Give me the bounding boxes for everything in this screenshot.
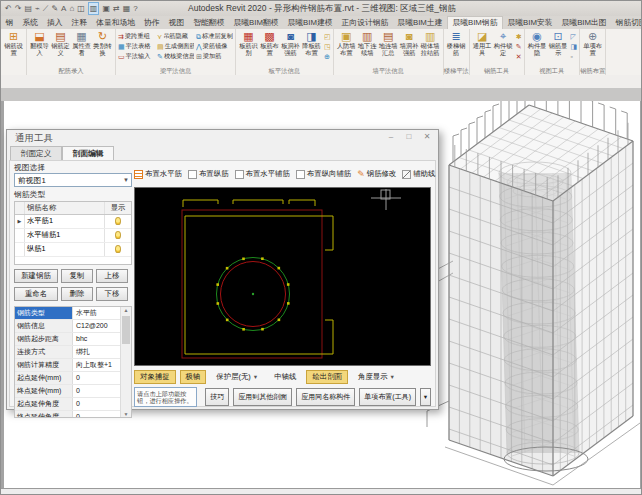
snap-toggle[interactable]: 绘出剖面 bbox=[306, 370, 348, 384]
ribbon-button[interactable]: ↻类别转换 bbox=[92, 30, 113, 57]
aligned-dimension-icon[interactable]: ⟋ bbox=[43, 3, 49, 14]
ribbon-tab[interactable]: 钢 bbox=[1, 16, 18, 29]
snap-toggle[interactable]: 角度显示▼ bbox=[352, 370, 401, 384]
property-row[interactable]: 起点延伸角度0 bbox=[15, 398, 131, 411]
help-icon[interactable]: ? bbox=[133, 3, 137, 14]
lightbulb-icon[interactable] bbox=[115, 231, 121, 239]
delete-icon[interactable]: ✕ bbox=[516, 52, 522, 61]
snap-toggle[interactable]: 保护层(无)▼ bbox=[210, 370, 264, 384]
canvas-tool-button[interactable]: 布置水平筋 bbox=[134, 169, 182, 179]
ribbon-tab[interactable]: 正向设计钢筋 bbox=[337, 16, 393, 29]
ribbon-button[interactable]: ⊞梁加筋 bbox=[196, 52, 233, 61]
minimize-icon[interactable]: – bbox=[382, 130, 400, 144]
ribbon-button[interactable]: ▥砌体墙拉结筋 bbox=[420, 30, 441, 57]
table-row[interactable]: ▶水平筋1 bbox=[15, 215, 131, 229]
ribbon-tab[interactable]: 系统 bbox=[18, 16, 43, 29]
scrollbar-thumb[interactable] bbox=[122, 316, 130, 344]
section-icon[interactable]: ◫ bbox=[77, 3, 85, 14]
ribbon-button[interactable]: ▤钢筋定义 bbox=[50, 30, 71, 57]
ribbon-button[interactable]: ⊡钢筋显示 bbox=[548, 30, 569, 57]
ribbon-button[interactable]: ≣楼梯钢筋 bbox=[446, 30, 467, 57]
dialog-button[interactable]: 上移 bbox=[96, 269, 128, 283]
ribbon-button[interactable]: ✎校核梁信息 bbox=[157, 52, 194, 61]
ribbon-button[interactable]: ◨降板筋布置 bbox=[301, 30, 322, 57]
ribbon-tab[interactable]: 体量和场地 bbox=[92, 16, 140, 29]
table-row[interactable]: 水平辅筋1 bbox=[15, 229, 131, 243]
ribbon-button[interactable]: ▦属性查看 bbox=[71, 30, 92, 57]
close-hidden-windows-icon[interactable]: ▣ bbox=[102, 3, 110, 14]
dialog-bottom-button[interactable]: 技巧 bbox=[205, 388, 229, 406]
ribbon-button[interactable]: ⇉梁跨重组 bbox=[118, 32, 155, 41]
ribbon-tab[interactable]: 钢筋切图 bbox=[611, 16, 642, 29]
ribbon-button[interactable]: ◪通用工具 bbox=[472, 30, 493, 57]
corner-bar-icon[interactable]: ◰ bbox=[324, 32, 331, 41]
view-corner-icon[interactable]: ◸ bbox=[571, 32, 578, 41]
ribbon-tab[interactable]: 晨曦BIM安装 bbox=[503, 16, 557, 29]
redo-icon[interactable]: ↷ bbox=[15, 3, 22, 14]
default-3d-view-icon[interactable]: ⌂ bbox=[69, 3, 74, 14]
ribbon-button[interactable]: ⧉标准层复制 bbox=[196, 32, 233, 41]
ribbon-tab[interactable]: 智能翻模 bbox=[189, 16, 229, 29]
view-box-icon[interactable]: ▫ bbox=[571, 52, 578, 61]
dialog-button[interactable]: 复制 bbox=[61, 269, 93, 283]
ribbon-button[interactable]: ▦板筋识别 bbox=[238, 30, 259, 57]
snap-toggle[interactable]: 对象捕捉 bbox=[134, 370, 176, 384]
lightbulb-icon[interactable] bbox=[115, 245, 121, 253]
edit-icon[interactable]: ✎ bbox=[516, 42, 522, 51]
table-row[interactable]: 纵筋1 bbox=[15, 243, 131, 257]
property-row[interactable]: 钢筋起步距离bhc bbox=[15, 333, 131, 346]
section-canvas[interactable] bbox=[134, 187, 431, 366]
ribbon-button[interactable]: ▤地连墙汇总 bbox=[378, 30, 399, 57]
snap-toggle[interactable]: 中轴线 bbox=[268, 370, 302, 384]
scrollbar[interactable]: ▲▼ bbox=[120, 307, 131, 417]
add-bar-icon[interactable]: ⊕ bbox=[324, 52, 331, 61]
ribbon-button[interactable]: ⋀梁筋镜像 bbox=[196, 42, 233, 51]
thin-lines-icon[interactable]: ▥ bbox=[88, 2, 100, 15]
ribbon-button[interactable]: ⊞钢筋设置 bbox=[3, 30, 24, 57]
ribbon-tab[interactable]: 协作 bbox=[140, 16, 165, 29]
dialog-bottom-button[interactable]: 单项布置(工具) bbox=[359, 388, 416, 406]
ribbon-tab[interactable]: 插入 bbox=[42, 16, 67, 29]
ribbon-button[interactable]: ◙板洞补强筋 bbox=[280, 30, 301, 57]
property-row[interactable]: 钢筋信息C12@200 bbox=[15, 320, 131, 333]
switch-windows-icon[interactable]: ⇄ bbox=[113, 3, 120, 14]
ribbon-button[interactable]: ◉构件显隐 bbox=[527, 30, 548, 57]
explode-icon[interactable]: ✱ bbox=[516, 32, 522, 41]
ribbon-button[interactable]: ◙墙洞补强筋 bbox=[399, 30, 420, 57]
measure-icon[interactable]: ⌁ bbox=[35, 3, 40, 14]
canvas-tool-button[interactable]: 布置纵向辅筋 bbox=[296, 169, 351, 179]
ribbon-tab[interactable]: 晨曦BIM翻模 bbox=[229, 16, 283, 29]
dropdown-button[interactable]: ▼ bbox=[420, 388, 431, 406]
property-row[interactable]: 钢筋计算精度向上取整+1 bbox=[15, 359, 131, 372]
ribbon-button[interactable]: ⬓翻模导入 bbox=[29, 30, 50, 57]
tag-icon[interactable]: ✎ bbox=[51, 3, 58, 14]
dialog-button[interactable]: 删除 bbox=[61, 287, 93, 301]
user-interface-icon[interactable]: ▦ bbox=[123, 3, 131, 14]
text-icon[interactable]: A bbox=[61, 3, 66, 14]
ribbon-tab[interactable]: 晨曦BIM出图 bbox=[557, 16, 611, 29]
canvas-tool-button[interactable]: ✎钢筋修改 bbox=[357, 169, 396, 179]
scroll-down-icon[interactable]: ▼ bbox=[121, 411, 131, 417]
property-row[interactable]: 终点延伸角度0 bbox=[15, 411, 131, 418]
ribbon-tab[interactable]: 注释 bbox=[67, 16, 92, 29]
ribbon-button[interactable]: ▭平法输入 bbox=[118, 52, 155, 61]
dialog-bottom-button[interactable]: 应用到其他剖面 bbox=[233, 388, 292, 406]
maximize-icon[interactable]: □ bbox=[400, 130, 418, 144]
canvas-tool-button[interactable]: 布置水平辅筋 bbox=[235, 169, 290, 179]
ribbon-button[interactable]: ⋎吊筋隐藏 bbox=[157, 32, 194, 41]
ribbon-button[interactable]: ⊕单项布置 bbox=[582, 30, 603, 57]
ribbon-button[interactable]: ▤生成侧面筋 bbox=[157, 42, 194, 51]
print-icon[interactable]: ▤ bbox=[24, 3, 32, 14]
dialog-button[interactable]: 重命名 bbox=[14, 287, 58, 301]
dialog-tab[interactable]: 剖面定义 bbox=[10, 146, 62, 161]
property-row[interactable]: 起点延伸(mm)0 bbox=[15, 372, 131, 385]
ribbon-tab[interactable]: 晨曦BIM建模 bbox=[283, 16, 337, 29]
canvas-tool-button[interactable]: 辅助线 bbox=[402, 169, 435, 179]
view-half-icon[interactable]: ◨ bbox=[571, 42, 578, 51]
ribbon-button[interactable]: ⌖构件锁定 bbox=[493, 30, 514, 57]
edge-bar-icon[interactable]: ◳ bbox=[324, 42, 331, 51]
property-row[interactable]: 连接方式绑扎 bbox=[15, 346, 131, 359]
dialog-button[interactable]: 新建钢筋 bbox=[14, 269, 58, 283]
property-row[interactable]: 终点延伸(mm)0 bbox=[15, 385, 131, 398]
ribbon-button[interactable]: ▣人防墙布置 bbox=[336, 30, 357, 57]
